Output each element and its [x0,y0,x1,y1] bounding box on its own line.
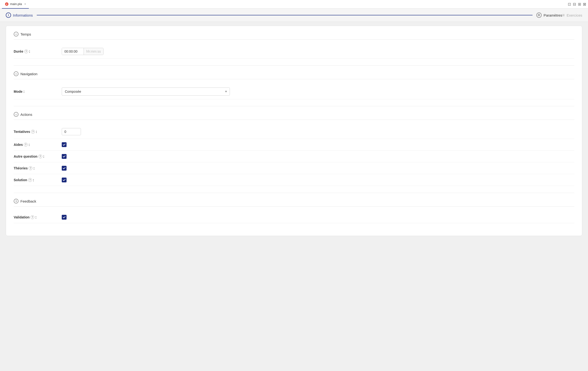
tentatives-input[interactable] [62,128,81,135]
solution-check-icon [63,179,66,181]
window-action-1[interactable]: ⊡ [568,2,571,7]
autre-question-checkbox[interactable] [62,154,66,159]
divider-1 [14,65,574,66]
solution-checkbox[interactable] [62,178,66,182]
step-informations-label: Informations [13,13,33,17]
autre-question-value [62,154,66,159]
actions-title: Actions [21,112,32,117]
aides-field-row: Aides ? : [14,139,574,151]
temps-section-header: ⊙ Temps [14,32,574,40]
validation-check-icon [63,216,66,219]
tab-bar: P main.pla × ⊡ ⊟ ⊞ ⊠ [0,0,588,9]
temps-title: Temps [21,32,31,36]
solution-value [62,178,66,182]
main-tab[interactable]: P main.pla × [2,0,29,9]
feedback-title: Feedback [21,199,36,203]
tentatives-field-row: Tentatives ? : [14,125,574,139]
theories-field-row: Théories ? : [14,162,574,174]
settings-card: ⊙ Temps Durée ? : hh:mm:ss [6,26,582,236]
duree-placeholder: hh:mm:ss [84,48,103,55]
step-parametres-label: Paramètres [544,13,562,17]
actions-icon: ⊙ [14,112,19,117]
actions-section-header: ⊙ Actions [14,112,574,120]
validation-value [62,215,66,220]
duree-label: Durée ? : [14,50,62,53]
aides-checkbox[interactable] [62,142,66,147]
step-informations[interactable]: i Informations [6,12,33,18]
divider-2 [14,106,574,106]
tab-bar-actions: ⊡ ⊟ ⊞ ⊠ [568,2,586,7]
duree-help-icon[interactable]: ? [24,50,28,53]
step-exercices[interactable]: ≡ Exercices [562,13,582,18]
solution-label: Solution ? : [14,178,62,182]
navigation-section-header: ⊙ Navigation [14,71,574,79]
validation-help-icon[interactable]: ? [31,215,34,219]
autre-question-field-row: Autre question ? : [14,151,574,162]
feedback-section-header: ℹ Feedback [14,199,574,207]
window-action-4[interactable]: ⊠ [583,2,586,7]
exercices-icon: ≡ [562,13,565,18]
theories-help-icon[interactable]: ? [29,166,32,170]
autre-question-help-icon[interactable]: ? [38,155,42,158]
mode-select[interactable]: Composée Libre Séquentielle [62,87,230,96]
main-content: ⊙ Temps Durée ? : hh:mm:ss [0,22,588,240]
autre-question-check-icon [63,155,66,158]
actions-section: ⊙ Actions Tentatives ? : Aides ? [14,112,574,186]
duree-value: hh:mm:ss [62,48,104,55]
mode-value: Composée Libre Séquentielle ▼ [62,87,230,96]
navigation-section: ⊙ Navigation Mode : Composée Libre Séque… [14,71,574,99]
tab-icon: P [5,2,9,6]
validation-label: Validation ? : [14,215,62,219]
tentatives-value [62,128,81,135]
time-input-group: hh:mm:ss [62,48,104,55]
aides-value [62,142,66,147]
tentatives-label: Tentatives ? : [14,130,62,134]
theories-check-icon [63,167,66,170]
mode-label: Mode : [14,90,62,94]
mode-select-wrapper: Composée Libre Séquentielle ▼ [62,87,230,96]
tab-label: main.pla [10,2,22,6]
window-action-3[interactable]: ⊞ [578,2,581,7]
navigation-icon: ⊙ [14,71,19,76]
duree-field-row: Durée ? : hh:mm:ss [14,44,574,59]
theories-label: Théories ? : [14,166,62,170]
mode-field-row: Mode : Composée Libre Séquentielle ▼ [14,84,574,99]
step-parametres[interactable]: ⚙ Paramètres [536,12,562,18]
aides-check-icon [63,143,66,146]
feedback-section: ℹ Feedback Validation ? : [14,199,574,223]
tentatives-help-icon[interactable]: ? [31,130,35,134]
tab-close-button[interactable]: × [24,2,26,6]
autre-question-label: Autre question ? : [14,155,62,158]
validation-checkbox[interactable] [62,215,66,220]
parametres-icon: ⚙ [536,12,542,18]
navigation-title: Navigation [21,72,37,76]
divider-3 [14,193,574,193]
theories-checkbox[interactable] [62,166,66,171]
step-nav: i Informations ⚙ Paramètres ≡ Exercices [0,9,588,22]
theories-value [62,166,66,171]
temps-section: ⊙ Temps Durée ? : hh:mm:ss [14,32,574,59]
solution-field-row: Solution ? : [14,174,574,186]
step-exercices-label: Exercices [567,13,582,17]
aides-help-icon[interactable]: ? [24,143,28,147]
temps-icon: ⊙ [14,32,19,37]
feedback-icon: ℹ [14,199,19,203]
solution-help-icon[interactable]: ? [28,178,32,182]
step-connector [37,15,533,15]
svg-text:P: P [6,3,7,6]
aides-label: Aides ? : [14,143,62,147]
validation-field-row: Validation ? : [14,212,574,223]
duree-input[interactable] [62,48,84,55]
window-action-2[interactable]: ⊟ [573,2,576,7]
informations-icon: i [6,12,11,18]
